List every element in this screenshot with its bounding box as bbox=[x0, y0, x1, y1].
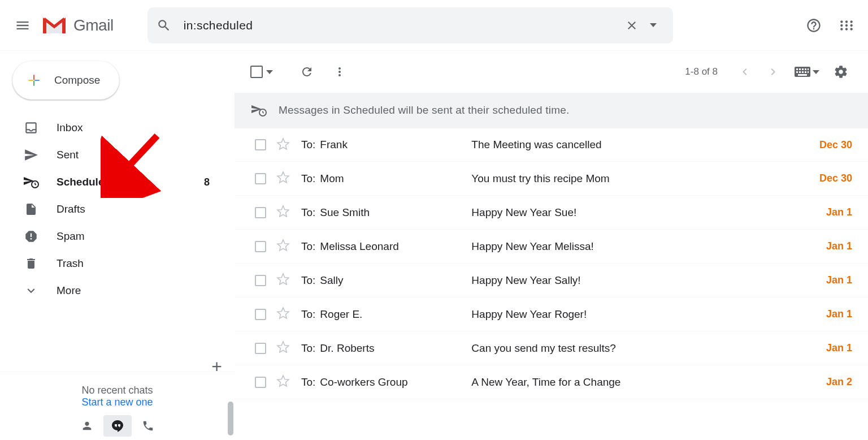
sidebar-item-label: More bbox=[57, 284, 81, 297]
email-checkbox[interactable] bbox=[255, 377, 266, 388]
sidebar-item-scheduled[interactable]: Scheduled8 bbox=[0, 169, 223, 196]
to-label: To: bbox=[301, 139, 315, 151]
sidebar-item-inbox[interactable]: Inbox bbox=[0, 114, 223, 141]
sidebar-item-trash[interactable]: Trash bbox=[0, 250, 223, 277]
settings-button[interactable] bbox=[830, 61, 852, 83]
star-button[interactable] bbox=[276, 205, 290, 220]
email-checkbox[interactable] bbox=[255, 173, 266, 184]
refresh-button[interactable] bbox=[296, 61, 318, 83]
svg-rect-10 bbox=[802, 71, 804, 73]
google-apps-button[interactable] bbox=[834, 13, 859, 38]
sidebar-item-label: Drafts bbox=[57, 203, 85, 215]
email-recipient: Dr. Roberts bbox=[320, 342, 471, 355]
svg-rect-12 bbox=[808, 71, 809, 73]
to-label: To: bbox=[301, 240, 315, 253]
compose-button[interactable]: Compose bbox=[12, 61, 119, 100]
email-checkbox[interactable] bbox=[255, 207, 266, 218]
email-row[interactable]: To:Roger E.Happy New Year Roger!Jan 1 bbox=[235, 297, 868, 331]
sidebar-item-count: 8 bbox=[204, 176, 210, 188]
star-button[interactable] bbox=[276, 340, 290, 356]
chevron-left-icon bbox=[738, 65, 752, 79]
email-subject: You must try this recipe Mom bbox=[471, 172, 819, 185]
close-icon bbox=[625, 19, 639, 32]
star-button[interactable] bbox=[276, 273, 290, 288]
new-chat-button[interactable]: + bbox=[211, 356, 222, 377]
email-row[interactable]: To:SallyHappy New Year Sally!Jan 1 bbox=[235, 264, 868, 297]
email-checkbox[interactable] bbox=[255, 139, 266, 150]
more-actions-button[interactable] bbox=[328, 61, 351, 83]
email-recipient: Melissa Leonard bbox=[320, 240, 471, 253]
clear-search-button[interactable] bbox=[621, 15, 643, 36]
chat-tab-hangouts[interactable] bbox=[103, 415, 132, 437]
email-recipient: Sally bbox=[320, 274, 471, 287]
to-label: To: bbox=[301, 206, 315, 219]
star-button[interactable] bbox=[276, 137, 290, 153]
drafts-icon bbox=[23, 201, 40, 218]
svg-rect-4 bbox=[799, 68, 801, 70]
email-row[interactable]: To:Sue SmithHappy New Year Sue!Jan 1 bbox=[235, 196, 868, 230]
support-button[interactable] bbox=[801, 13, 826, 38]
sidebar-item-label: Inbox bbox=[57, 122, 83, 134]
sidebar-item-drafts[interactable]: Drafts bbox=[0, 196, 223, 223]
svg-rect-11 bbox=[805, 71, 806, 73]
to-label: To: bbox=[301, 342, 315, 355]
banner-text: Messages in Scheduled will be sent at th… bbox=[279, 104, 570, 117]
search-options-button[interactable] bbox=[643, 15, 664, 36]
scheduled-banner: Messages in Scheduled will be sent at th… bbox=[235, 93, 868, 128]
email-date: Jan 1 bbox=[826, 240, 852, 252]
email-row[interactable]: To:Co-workers GroupA New Year, Time for … bbox=[235, 365, 868, 399]
svg-rect-5 bbox=[802, 68, 804, 70]
email-recipient: Frank bbox=[320, 139, 471, 151]
email-checkbox[interactable] bbox=[255, 343, 266, 354]
email-date: Dec 30 bbox=[819, 139, 852, 151]
chevron-right-icon bbox=[766, 65, 780, 79]
email-checkbox[interactable] bbox=[255, 275, 266, 286]
email-subject: Happy New Year Roger! bbox=[471, 308, 826, 321]
email-checkbox[interactable] bbox=[255, 309, 266, 320]
start-new-chat-link[interactable]: Start a new one bbox=[0, 396, 235, 408]
gmail-logo[interactable]: Gmail bbox=[41, 15, 114, 36]
input-tools-button[interactable] bbox=[795, 67, 819, 77]
star-button[interactable] bbox=[276, 374, 290, 390]
email-checkbox[interactable] bbox=[255, 241, 266, 252]
newer-button[interactable] bbox=[734, 61, 756, 83]
search-icon[interactable] bbox=[157, 18, 171, 33]
star-button[interactable] bbox=[276, 307, 290, 322]
gmail-logo-text: Gmail bbox=[73, 16, 114, 34]
email-row[interactable]: To:MomYou must try this recipe MomDec 30 bbox=[235, 162, 868, 196]
header-right bbox=[779, 13, 859, 38]
help-icon bbox=[806, 18, 822, 33]
chat-tab-contacts[interactable] bbox=[73, 415, 101, 437]
svg-rect-6 bbox=[805, 68, 806, 70]
email-row[interactable]: To:Dr. RobertsCan you send my test resul… bbox=[235, 331, 868, 365]
sidebar-item-label: Trash bbox=[57, 257, 84, 270]
email-subject: Can you send my test results? bbox=[471, 342, 826, 355]
svg-rect-8 bbox=[796, 71, 798, 73]
email-recipient: Sue Smith bbox=[320, 206, 471, 219]
chat-section: + No recent chats Start a new one bbox=[0, 372, 235, 440]
main-menu-button[interactable] bbox=[9, 12, 36, 39]
search-input[interactable] bbox=[184, 19, 621, 32]
email-subject: A New Year, Time for a Change bbox=[471, 376, 826, 389]
compose-wrap: Compose bbox=[0, 51, 235, 114]
scrollbar-thumb[interactable] bbox=[228, 402, 233, 435]
select-all-checkbox[interactable] bbox=[250, 66, 273, 78]
page-count: 1-8 of 8 bbox=[685, 66, 718, 77]
older-button[interactable] bbox=[762, 61, 784, 83]
chat-tab-phone[interactable] bbox=[134, 415, 162, 437]
email-row[interactable]: To:FrankThe Meeting was cancelledDec 30 bbox=[235, 128, 868, 162]
to-label: To: bbox=[301, 376, 315, 389]
sidebar-item-sent[interactable]: Sent bbox=[0, 141, 223, 169]
sidebar-item-label: Sent bbox=[57, 149, 79, 161]
hangouts-icon bbox=[111, 419, 124, 433]
sidebar-item-spam[interactable]: Spam bbox=[0, 223, 223, 250]
email-row[interactable]: To:Melissa LeonardHappy New Year Melissa… bbox=[235, 230, 868, 264]
caret-down-icon bbox=[813, 70, 819, 74]
star-button[interactable] bbox=[276, 239, 290, 254]
email-date: Jan 1 bbox=[826, 206, 852, 218]
star-button[interactable] bbox=[276, 171, 290, 186]
sidebar-item-more[interactable]: More bbox=[0, 277, 223, 304]
more-vert-icon bbox=[333, 65, 346, 79]
email-date: Jan 1 bbox=[826, 342, 852, 354]
scheduled-icon bbox=[23, 174, 40, 191]
